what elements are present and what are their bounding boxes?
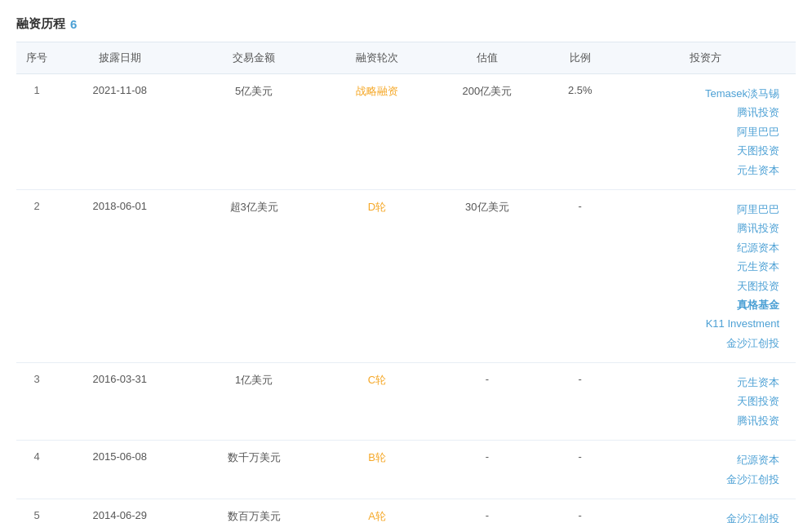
investor-link[interactable]: 真格基金 <box>621 295 779 314</box>
investor-link[interactable]: 腾讯投资 <box>621 103 779 122</box>
cell-ratio: - <box>545 441 615 499</box>
cell-amount: 1亿美元 <box>183 363 326 441</box>
table-row: 22018-06-01超3亿美元D轮30亿美元-阿里巴巴腾讯投资纪源资本元生资本… <box>16 189 796 362</box>
cell-valuation: - <box>428 363 545 441</box>
investor-link[interactable]: 腾讯投资 <box>621 411 779 430</box>
investor-link[interactable]: 元生资本 <box>621 257 779 276</box>
cell-investors: 元生资本天图投资腾讯投资 <box>615 363 796 441</box>
cell-date: 2014-06-29 <box>57 499 183 523</box>
cell-index: 2 <box>16 189 57 362</box>
financing-table: 序号 披露日期 交易金额 融资轮次 估值 比例 投资方 12021-11-085… <box>16 42 796 523</box>
cell-valuation: - <box>428 499 545 523</box>
cell-valuation: 200亿美元 <box>428 74 545 190</box>
investor-link[interactable]: 天图投资 <box>621 392 779 410</box>
investor-link[interactable]: 金沙江创投 <box>621 334 779 352</box>
cell-ratio: 2.5% <box>545 74 615 190</box>
investor-link[interactable]: 金沙江创投 <box>621 509 779 523</box>
cell-round: 战略融资 <box>326 74 429 190</box>
cell-round: C轮 <box>326 363 429 441</box>
investor-link[interactable]: 纪源资本 <box>621 238 779 257</box>
col-header-index: 序号 <box>16 42 57 74</box>
col-header-date: 披露日期 <box>57 42 183 74</box>
cell-investors: Temasek淡马锡腾讯投资阿里巴巴天图投资元生资本 <box>615 74 796 190</box>
cell-ratio: - <box>545 363 615 441</box>
table-row: 42015-06-08数千万美元B轮--纪源资本金沙江创投 <box>16 441 796 499</box>
table-header-row: 序号 披露日期 交易金额 融资轮次 估值 比例 投资方 <box>16 42 796 74</box>
cell-ratio: - <box>545 189 615 362</box>
cell-index: 1 <box>16 74 57 190</box>
investor-link[interactable]: 阿里巴巴 <box>621 122 779 141</box>
cell-date: 2016-03-31 <box>57 363 183 441</box>
col-header-investors: 投资方 <box>615 42 796 74</box>
col-header-round: 融资轮次 <box>326 42 429 74</box>
cell-date: 2015-06-08 <box>57 441 183 499</box>
cell-index: 3 <box>16 363 57 441</box>
cell-date: 2018-06-01 <box>57 189 183 362</box>
cell-amount: 超3亿美元 <box>183 189 326 362</box>
section-title: 融资历程 <box>16 16 65 32</box>
cell-investors: 阿里巴巴腾讯投资纪源资本元生资本天图投资真格基金K11 Investment金沙… <box>615 189 796 362</box>
cell-index: 5 <box>16 499 57 523</box>
investor-link[interactable]: 天图投资 <box>621 277 779 295</box>
investor-link[interactable]: 金沙江创投 <box>621 470 779 489</box>
investor-link[interactable]: 阿里巴巴 <box>621 200 779 219</box>
table-row: 12021-11-085亿美元战略融资200亿美元2.5%Temasek淡马锡腾… <box>16 74 796 190</box>
cell-ratio: - <box>545 499 615 523</box>
section-header: 融资历程 6 <box>16 16 796 32</box>
investor-link[interactable]: 元生资本 <box>621 373 779 392</box>
cell-valuation: 30亿美元 <box>428 189 545 362</box>
investor-link[interactable]: 纪源资本 <box>621 450 779 469</box>
section-count: 6 <box>70 17 77 31</box>
investor-link[interactable]: 天图投资 <box>621 141 779 160</box>
cell-investors: 纪源资本金沙江创投 <box>615 441 796 499</box>
investor-link[interactable]: 元生资本 <box>621 161 779 180</box>
cell-amount: 5亿美元 <box>183 74 326 190</box>
investor-link[interactable]: Temasek淡马锡 <box>621 84 779 103</box>
col-header-amount: 交易金额 <box>183 42 326 74</box>
cell-amount: 数百万美元 <box>183 499 326 523</box>
cell-index: 4 <box>16 441 57 499</box>
cell-amount: 数千万美元 <box>183 441 326 499</box>
cell-round: B轮 <box>326 441 429 499</box>
cell-round: A轮 <box>326 499 429 523</box>
col-header-valuation: 估值 <box>428 42 545 74</box>
cell-investors: 金沙江创投真格基金 <box>615 499 796 523</box>
table-row: 52014-06-29数百万美元A轮--金沙江创投真格基金 <box>16 499 796 523</box>
cell-valuation: - <box>428 441 545 499</box>
cell-date: 2021-11-08 <box>57 74 183 190</box>
investor-link[interactable]: K11 Investment <box>621 314 779 333</box>
col-header-ratio: 比例 <box>545 42 615 74</box>
investor-link[interactable]: 腾讯投资 <box>621 219 779 237</box>
table-row: 32016-03-311亿美元C轮--元生资本天图投资腾讯投资 <box>16 363 796 441</box>
cell-round: D轮 <box>326 189 429 362</box>
